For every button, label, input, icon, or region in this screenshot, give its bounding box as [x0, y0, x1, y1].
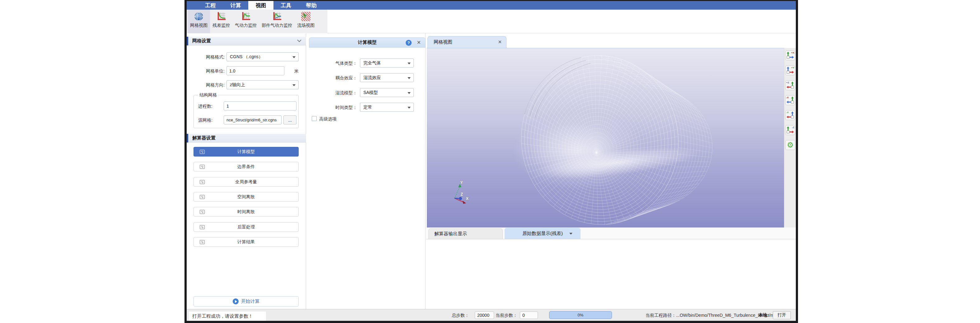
- total-steps-input[interactable]: [475, 312, 494, 319]
- svg-text:-X: -X: [786, 96, 789, 99]
- mesh-settings-panel: 网格设置 网格格式: CGNS （.cgns） 网格单位: 米 网格方向: z轴…: [187, 33, 306, 310]
- toolbar-label: 部件气动力监控: [262, 23, 292, 28]
- close-icon[interactable]: ✕: [498, 39, 502, 45]
- solver-item-global-reference[interactable]: 全局参考量: [194, 177, 299, 187]
- gas-type-label: 气体类型：: [323, 60, 357, 66]
- view-plus-x-button[interactable]: +X: [785, 51, 795, 60]
- toolbar-flowfield-view-button[interactable]: ✈ 流场视图: [294, 10, 317, 33]
- mesh-view-area: 网格视图 ✕: [426, 33, 796, 310]
- menu-item-compute[interactable]: 计算: [223, 1, 248, 10]
- menu-item-view[interactable]: 视图: [248, 1, 274, 10]
- main-area: 网格设置 网格格式: CGNS （.cgns） 网格单位: 米 网格方向: z轴…: [187, 33, 796, 310]
- project-path-value: ...OW/bin/Demo/ThreeD_M6_Turbulence_Stru…: [676, 313, 788, 318]
- solver-output-tab[interactable]: 解算器输出显示: [428, 228, 503, 239]
- toolbar-aero-monitor-button[interactable]: 气动力监控: [232, 10, 259, 33]
- axis-z-label: Z: [460, 192, 463, 197]
- dropdown-arrow-icon: [570, 233, 573, 235]
- time-type-value: 定常: [363, 105, 372, 110]
- menu-item-tools[interactable]: 工具: [274, 1, 299, 10]
- pulse-icon: [199, 224, 205, 230]
- open-button[interactable]: 打开: [773, 311, 791, 319]
- residual-chart-icon: [216, 11, 226, 22]
- solver-item-spatial-discretization[interactable]: 空间离散: [194, 192, 299, 202]
- -Z-axes-icon: -Z: [786, 126, 795, 135]
- turbulence-model-select[interactable]: SA模型: [360, 88, 414, 97]
- menu-item-project[interactable]: 工程: [198, 1, 223, 10]
- toolbar-mesh-view-button[interactable]: 网格视图: [188, 10, 210, 33]
- mesh-format-select[interactable]: CGNS （.cgns）: [226, 52, 299, 61]
- status-bar: 打开工程成功，请设置参数！ 总步数： 当前步数： 0% 当前工程路径：...OW…: [187, 309, 796, 321]
- dropdown-arrow-icon: [407, 107, 410, 108]
- solver-item-computation-results[interactable]: 计算结果: [194, 237, 299, 247]
- svg-text:+Z: +Z: [786, 81, 789, 84]
- raw-data-display-select[interactable]: 原始数据显示(残差): [504, 228, 581, 239]
- start-computation-button[interactable]: 开始计算: [194, 296, 299, 307]
- toolbar-label: 气动力监控: [235, 23, 257, 28]
- mesh-unit-suffix: 米: [294, 68, 299, 74]
- +X-axes-icon: +X: [786, 51, 795, 60]
- solver-item-post-processing[interactable]: 后置处理: [194, 222, 299, 232]
- toolbar-group: 网格视图 残差监控: [187, 10, 327, 33]
- axis-x-label: X: [466, 196, 469, 201]
- mesh-unit-label: 网格单位:: [203, 68, 224, 74]
- dropdown-arrow-icon: [293, 84, 296, 86]
- project-path-label: 当前工程路径：: [646, 313, 676, 318]
- close-icon[interactable]: ✕: [417, 40, 421, 45]
- chevron-down-icon[interactable]: [297, 39, 302, 42]
- source-mesh-input[interactable]: [224, 115, 282, 124]
- status-message: 打开工程成功，请设置参数！: [189, 312, 266, 321]
- start-computation-label: 开始计算: [241, 298, 260, 304]
- mesh-3d-viewport[interactable]: Y X Z: [427, 48, 784, 228]
- solver-item-label: 计算结果: [237, 239, 255, 245]
- solver-settings-header: 解算器设置: [187, 134, 306, 143]
- screen: 工程 计算 视图 工具 帮助: [0, 0, 980, 323]
- app-content: 工程 计算 视图 工具 帮助: [187, 1, 796, 321]
- time-type-select[interactable]: 定常: [360, 103, 414, 112]
- view-minus-z-button[interactable]: -Z: [785, 125, 795, 135]
- browse-button[interactable]: ...: [283, 115, 296, 124]
- component-aero-chart-icon: [272, 11, 282, 22]
- solver-item-label: 后置处理: [237, 224, 255, 230]
- advanced-options-checkbox[interactable]: [312, 116, 317, 121]
- play-icon: [233, 298, 239, 304]
- gas-type-value: 完全气体: [363, 60, 381, 66]
- location-badge: 本地: [759, 312, 767, 318]
- solver-item-time-discretization[interactable]: 时间离散: [194, 207, 299, 216]
- toolbar-component-aero-monitor-button[interactable]: 部件气动力监控: [259, 10, 294, 33]
- gas-type-select[interactable]: 完全气体: [360, 59, 414, 67]
- solver-item-label: 空间离散: [237, 194, 255, 200]
- view-settings-button[interactable]: ⚙: [785, 140, 795, 150]
- view-plus-y-button[interactable]: +Y: [785, 65, 795, 75]
- view-minus-x-button[interactable]: -X: [785, 95, 795, 105]
- toolbar-residual-monitor-button[interactable]: 残差监控: [210, 10, 232, 33]
- browse-label: ...: [288, 118, 292, 123]
- mesh-direction-select[interactable]: z轴向上: [226, 80, 299, 89]
- coupling-effect-select[interactable]: 湍流效应: [360, 73, 414, 82]
- solver-item-computation-model[interactable]: 计算模型: [194, 147, 299, 156]
- +Y-axes-icon: +Y: [786, 66, 795, 75]
- raw-data-display-value: 原始数据显示(残差): [522, 231, 563, 237]
- app-window: 工程 计算 视图 工具 帮助: [185, 0, 798, 323]
- mesh-view-tab[interactable]: 网格视图 ✕: [428, 36, 506, 48]
- computation-model-panel: 计算模型 ? ✕ 气体类型： 完全气体 耦合效应： 湍流效应 湍流模型：: [309, 33, 426, 310]
- current-steps-input[interactable]: [520, 312, 538, 319]
- computation-model-header: 计算模型 ? ✕: [309, 37, 426, 48]
- pulse-icon: [199, 209, 205, 215]
- coupling-effect-value: 湍流效应: [363, 75, 381, 81]
- solver-item-boundary-conditions[interactable]: 边界条件: [194, 162, 299, 172]
- process-count-input[interactable]: [224, 102, 296, 110]
- aero-chart-icon: [240, 11, 251, 22]
- mesh-settings-header[interactable]: 网格设置: [187, 37, 306, 45]
- toolbar: 网格视图 残差监控: [187, 10, 796, 33]
- progress-label: 0%: [578, 313, 584, 317]
- help-icon[interactable]: ?: [406, 40, 412, 46]
- menu-item-help[interactable]: 帮助: [299, 1, 324, 10]
- turbulence-model-label: 湍流模型：: [323, 90, 357, 96]
- output-tab-row: 解算器输出显示 原始数据显示(残差): [426, 228, 796, 239]
- mesh-unit-input[interactable]: [226, 66, 284, 75]
- view-minus-y-button[interactable]: -Y: [785, 110, 795, 120]
- view-plus-z-button[interactable]: +Z: [785, 80, 795, 90]
- toolbar-label: 网格视图: [190, 23, 207, 28]
- solver-item-label: 全局参考量: [235, 179, 257, 185]
- dropdown-arrow-icon: [293, 56, 296, 58]
